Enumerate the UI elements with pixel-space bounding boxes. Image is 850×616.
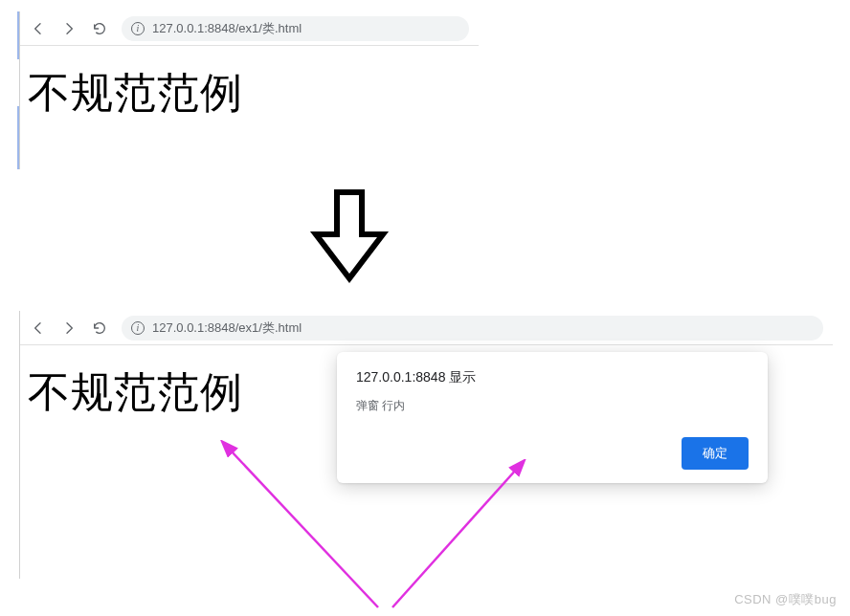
forward-icon	[61, 21, 77, 36]
forward-button[interactable]	[60, 20, 78, 37]
browser-toolbar: i 127.0.0.1:8848/ex1/类.html	[20, 11, 479, 46]
dialog-title: 127.0.0.1:8848 显示	[356, 369, 749, 386]
info-icon: i	[131, 22, 145, 35]
reload-button[interactable]	[91, 20, 108, 37]
annotation-arrow-right	[383, 459, 574, 612]
ok-button[interactable]: 确定	[682, 437, 749, 470]
page-content-before: 不规范范例	[20, 46, 479, 141]
svg-line-0	[230, 450, 378, 607]
back-icon	[31, 21, 46, 36]
forward-icon	[61, 320, 77, 336]
dialog-message: 弹窗 行内	[356, 398, 749, 414]
svg-line-1	[392, 469, 517, 607]
info-icon: i	[131, 321, 145, 335]
page-heading: 不规范范例	[28, 65, 471, 121]
reload-button[interactable]	[91, 319, 108, 337]
forward-button[interactable]	[60, 319, 78, 337]
address-bar[interactable]: i 127.0.0.1:8848/ex1/类.html	[122, 316, 823, 341]
back-icon	[31, 320, 46, 336]
back-button[interactable]	[30, 20, 47, 37]
reload-icon	[92, 21, 107, 36]
back-button[interactable]	[30, 319, 47, 337]
browser-toolbar: i 127.0.0.1:8848/ex1/类.html	[20, 311, 833, 345]
browser-window-before: i 127.0.0.1:8848/ex1/类.html 不规范范例	[19, 11, 479, 169]
address-bar[interactable]: i 127.0.0.1:8848/ex1/类.html	[122, 16, 469, 41]
down-arrow-annotation	[306, 187, 392, 287]
annotation-arrow-left	[215, 440, 407, 612]
watermark: CSDN @噗噗bug	[734, 591, 837, 608]
reload-icon	[92, 320, 107, 336]
url-text: 127.0.0.1:8848/ex1/类.html	[152, 319, 302, 337]
url-text: 127.0.0.1:8848/ex1/类.html	[152, 20, 302, 37]
